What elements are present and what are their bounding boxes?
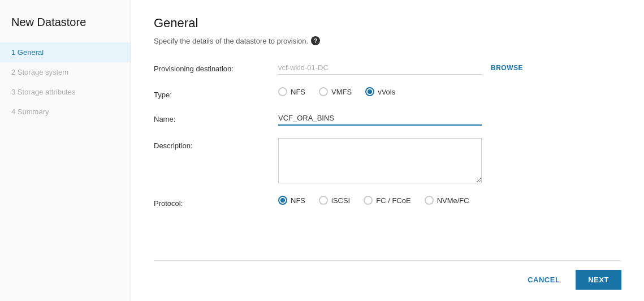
footer: CANCEL NEXT xyxy=(154,260,621,290)
protocol-label: Protocol: xyxy=(154,196,278,208)
type-row: Type: NFS VMFS vVols xyxy=(154,87,621,99)
protocol-nvmefc-label: NVMe/FC xyxy=(437,196,469,205)
browse-button[interactable]: BROWSE xyxy=(491,64,523,72)
protocol-radio-fcfcoe[interactable] xyxy=(364,196,373,205)
type-vvols-label: vVols xyxy=(378,88,395,96)
type-option-vvols[interactable]: vVols xyxy=(365,87,395,96)
name-label: Name: xyxy=(154,111,278,123)
type-radio-vmfs[interactable] xyxy=(319,87,328,96)
provisioning-destination-row: Provisioning destination: BROWSE xyxy=(154,61,621,75)
type-radio-group: NFS VMFS vVols xyxy=(278,87,395,96)
protocol-control: NFS iSCSI FC / FCoE NVMe/FC xyxy=(278,196,621,205)
help-icon[interactable]: ? xyxy=(311,36,320,45)
protocol-option-nvmefc[interactable]: NVMe/FC xyxy=(425,196,469,205)
name-control xyxy=(278,111,621,126)
description-textarea[interactable] xyxy=(278,138,482,183)
protocol-option-iscsi[interactable]: iSCSI xyxy=(319,196,350,205)
dialog-title: New Datastore xyxy=(0,9,131,42)
protocol-radio-nfs[interactable] xyxy=(278,196,287,205)
protocol-radio-nvmefc[interactable] xyxy=(425,196,434,205)
protocol-radio-iscsi[interactable] xyxy=(319,196,328,205)
name-input[interactable] xyxy=(278,111,482,126)
type-vmfs-label: VMFS xyxy=(331,88,352,96)
provisioning-destination-input[interactable] xyxy=(278,61,482,75)
new-datastore-dialog: New Datastore 1 General 2 Storage system… xyxy=(0,0,644,301)
description-label: Description: xyxy=(154,138,278,150)
provisioning-destination-control: BROWSE xyxy=(278,61,621,75)
protocol-row: Protocol: NFS iSCSI FC / FCoE xyxy=(154,196,621,208)
sidebar-item-general[interactable]: 1 General xyxy=(0,42,131,62)
sidebar-item-summary[interactable]: 4 Summary xyxy=(0,102,131,122)
type-radio-vvols[interactable] xyxy=(365,87,374,96)
sidebar: New Datastore 1 General 2 Storage system… xyxy=(0,0,131,301)
sidebar-item-storage-system[interactable]: 2 Storage system xyxy=(0,62,131,82)
name-row: Name: xyxy=(154,111,621,126)
type-label: Type: xyxy=(154,87,278,99)
type-nfs-label: NFS xyxy=(291,88,305,96)
protocol-fcfcoe-label: FC / FCoE xyxy=(376,196,410,205)
sidebar-item-storage-attributes[interactable]: 3 Storage attributes xyxy=(0,82,131,102)
type-control: NFS VMFS vVols xyxy=(278,87,621,96)
protocol-option-nfs[interactable]: NFS xyxy=(278,196,305,205)
protocol-nfs-label: NFS xyxy=(291,196,305,205)
protocol-iscsi-label: iSCSI xyxy=(331,196,350,205)
type-option-nfs[interactable]: NFS xyxy=(278,87,305,96)
type-radio-nfs[interactable] xyxy=(278,87,287,96)
provisioning-destination-label: Provisioning destination: xyxy=(154,61,278,73)
type-option-vmfs[interactable]: VMFS xyxy=(319,87,352,96)
protocol-option-fcfcoe[interactable]: FC / FCoE xyxy=(364,196,410,205)
section-title: General xyxy=(154,16,621,31)
cancel-button[interactable]: CANCEL xyxy=(518,271,569,289)
next-button[interactable]: NEXT xyxy=(576,270,621,290)
main-content: General Specify the details of the datas… xyxy=(131,0,644,301)
description-control xyxy=(278,138,621,183)
description-row: Description: xyxy=(154,138,621,183)
protocol-radio-group: NFS iSCSI FC / FCoE NVMe/FC xyxy=(278,196,469,205)
subtitle: Specify the details of the datastore to … xyxy=(154,36,621,45)
